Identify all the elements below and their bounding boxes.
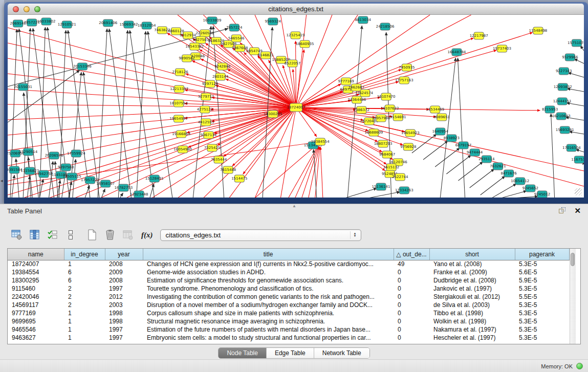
tab-node-table[interactable]: Node Table [219, 348, 267, 358]
graph-node[interactable]: 16033809 [203, 17, 222, 24]
graph-node[interactable]: 19166858 [172, 130, 190, 138]
graph-node[interactable]: 24364486 [347, 96, 366, 103]
table-cell[interactable]: Stergiakouli et al. (2012) [429, 293, 515, 301]
table-cell[interactable]: 1998 [105, 309, 143, 317]
graph-node[interactable]: 12923448 [130, 191, 148, 198]
graph-node[interactable]: 16210643 [552, 113, 571, 120]
tab-edge-table[interactable]: Edge Table [267, 348, 314, 358]
collapsed-panel-arrow-icon[interactable]: ◂ [1, 178, 3, 183]
table-cell[interactable]: 0 [394, 301, 429, 309]
graph-node[interactable]: 9756928 [400, 143, 416, 150]
table-row[interactable]: 969969511998Structural magnetic resonanc… [8, 317, 569, 325]
network-canvas[interactable]: 7463822886012889129342226053898275031654… [8, 15, 584, 198]
table-cell[interactable]: 2 [64, 293, 105, 301]
table-cell[interactable]: Genome-wide association studies in ADHD. [143, 268, 394, 276]
table-cell[interactable]: 5.3E-5 [515, 309, 569, 317]
graph-node[interactable]: 15128491 [145, 175, 164, 182]
graph-node[interactable]: 7632621 [490, 163, 506, 170]
graph-node[interactable]: 9684067 [379, 151, 395, 158]
graph-node[interactable]: 16054980 [173, 146, 192, 153]
graph-node[interactable]: 16107470 [377, 93, 396, 100]
table-cell[interactable]: Disruption of a novel member of a sodium… [143, 301, 394, 309]
table-cell[interactable]: 1 [64, 334, 105, 342]
table-cell[interactable]: 5.3E-5 [515, 334, 569, 342]
table-cell[interactable]: 2008 [105, 276, 143, 285]
table-cell[interactable]: 5.9E-5 [515, 276, 569, 285]
scrollbar-thumb[interactable] [571, 253, 575, 266]
table-cell[interactable]: 2 [64, 301, 105, 309]
graph-node[interactable]: 15069342 [120, 21, 138, 28]
function-builder-button[interactable]: f(x) [141, 231, 153, 239]
window-resize-grip[interactable] [575, 188, 582, 195]
column-header-name[interactable]: name [8, 249, 64, 260]
graph-node[interactable]: 22260538 [195, 30, 214, 37]
table-cell[interactable]: Estimation of significance thresholds fo… [143, 276, 394, 285]
table-cell[interactable]: Wolkin et al. (1998) [429, 317, 515, 325]
graph-node[interactable]: 17757163 [395, 77, 413, 84]
graph-node[interactable]: 12910521 [58, 21, 76, 28]
graph-node[interactable]: 18640935 [296, 40, 314, 48]
table-row[interactable]: 1830029562008Estimation of significance … [8, 276, 569, 285]
table-cell[interactable]: Yano et al. (2008) [429, 260, 515, 268]
graph-node[interactable]: 12213337 [170, 85, 188, 93]
table-cell[interactable]: 1997 [105, 325, 143, 334]
table-row[interactable]: 1456911722003Disruption of a novel membe… [8, 301, 569, 309]
table-cell[interactable]: 6 [64, 276, 105, 285]
column-header-pagerank[interactable]: pagerank [515, 249, 569, 260]
graph-node[interactable]: 4275122 [197, 106, 213, 113]
graph-node[interactable]: 16543382 [185, 43, 204, 50]
table-cell[interactable]: 1998 [105, 317, 143, 325]
table-cell[interactable]: 18724007 [8, 260, 64, 268]
table-cell[interactable]: Hescheler et al. (1997) [429, 334, 515, 342]
tab-network-table[interactable]: Network Table [314, 348, 369, 358]
graph-node[interactable]: 9154691 [390, 114, 406, 121]
table-vertical-scrollbar[interactable] [570, 249, 576, 344]
table-cell[interactable]: 2003 [105, 301, 143, 309]
column-header-year[interactable]: year [105, 249, 143, 260]
column-header-in_degree[interactable]: in_degree [64, 249, 105, 260]
network-window[interactable]: citations_edges.txt 74638228860128891293… [4, 2, 588, 204]
graph-node[interactable]: 1640954 [432, 128, 449, 135]
table-cell[interactable]: Jankovic et al. (1997) [429, 285, 515, 293]
graph-node[interactable]: 8089651 [434, 114, 450, 121]
table-row[interactable]: 1938455462009Genome-wide association stu… [8, 268, 569, 276]
table-cell[interactable]: de Silva et al. (2003) [429, 301, 515, 309]
table-cell[interactable]: 0 [394, 317, 429, 325]
graph-node[interactable]: 15693281 [556, 126, 574, 134]
graph-node[interactable]: 3624574 [357, 90, 374, 97]
table-mode-button[interactable] [10, 229, 24, 241]
table-cell[interactable]: 5.3E-5 [515, 325, 569, 334]
table-cell[interactable]: 49 [394, 260, 429, 268]
graph-node[interactable]: 1615132 [383, 164, 399, 171]
graph-node[interactable]: 2718126 [172, 69, 188, 76]
table-cell[interactable]: Investigating the contribution of common… [143, 293, 394, 301]
create-column-button[interactable] [85, 229, 99, 241]
graph-node[interactable]: 7450935 [399, 64, 415, 71]
table-cell[interactable]: Dudbridge et al. (2008) [429, 276, 515, 285]
table-cell[interactable]: Estimation of the future numbers of pati… [143, 325, 394, 334]
graph-node[interactable]: 7386372 [354, 106, 369, 114]
table-cell[interactable]: 5.3E-5 [515, 285, 569, 293]
graph-node[interactable]: 20153346 [73, 63, 92, 70]
table-cell[interactable]: 0 [394, 309, 429, 317]
table-cell[interactable]: 1 [64, 309, 105, 317]
zoom-button[interactable] [34, 6, 40, 12]
table-cell[interactable]: 14569117 [8, 301, 64, 309]
table-cell[interactable]: 1997 [105, 285, 143, 293]
delete-table-button[interactable] [121, 229, 135, 241]
graph-node[interactable]: 9245012 [534, 191, 550, 198]
table-cell[interactable]: 5.6E-5 [515, 268, 569, 276]
graph-node[interactable]: 9297124 [202, 80, 219, 87]
table-cell[interactable]: 1997 [105, 334, 143, 342]
table-cell[interactable]: Embryonic stem cells: a model to study s… [143, 334, 394, 342]
table-cell[interactable]: 9115460 [8, 285, 64, 293]
float-panel-button[interactable] [559, 207, 566, 214]
table-cell[interactable]: 9699695 [8, 317, 64, 325]
table-cell[interactable]: 2009 [105, 268, 143, 276]
graph-node[interactable]: 2522744 [392, 173, 408, 181]
table-row[interactable]: 946554611997Estimation of the future num… [8, 325, 569, 334]
show-column-button[interactable] [28, 229, 41, 241]
graph-node[interactable]: 9245652 [522, 185, 538, 192]
graph-node[interactable]: 17334263 [395, 187, 413, 194]
table-cell[interactable]: 0 [394, 268, 429, 276]
